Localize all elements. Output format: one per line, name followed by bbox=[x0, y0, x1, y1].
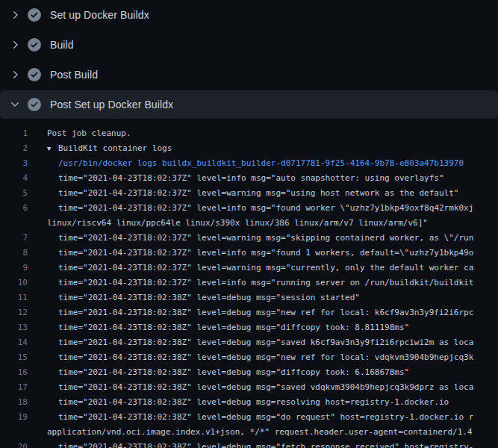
step-header-build[interactable]: Build bbox=[0, 30, 498, 60]
log-line: 17 ▼time="2021-04-23T18:02:38Z" level=de… bbox=[0, 380, 498, 395]
collapse-triangle-icon[interactable]: ▼ bbox=[47, 141, 58, 156]
step-label: Post Build bbox=[50, 69, 98, 81]
log-line-text: time="2021-04-23T18:02:37Z" level=warnin… bbox=[58, 233, 473, 243]
log-line-number[interactable]: 4 bbox=[0, 171, 28, 186]
step-header-post-build[interactable]: Post Build bbox=[0, 60, 498, 90]
log-line: ▼application/vnd.oci.image.index.v1+json… bbox=[0, 425, 498, 440]
step-header-set-up-docker-buildx[interactable]: Set up Docker Buildx bbox=[0, 0, 498, 30]
step-header-post-set-up-docker-buildx[interactable]: Post Set up Docker Buildx bbox=[0, 90, 498, 119]
log-line-text: time="2021-04-23T18:02:38Z" level=debug … bbox=[58, 442, 473, 448]
check-circle-icon bbox=[28, 98, 41, 111]
log-line-text: Post job cleanup. bbox=[47, 128, 131, 138]
log-line-number[interactable]: 18 bbox=[0, 395, 28, 410]
chevron-right-icon[interactable] bbox=[9, 9, 21, 21]
step-label: Set up Docker Buildx bbox=[50, 9, 149, 21]
chevron-right-icon[interactable] bbox=[9, 39, 21, 51]
log-line-text: time="2021-04-23T18:02:38Z" level=debug … bbox=[58, 412, 473, 422]
log-line-number[interactable]: 12 bbox=[0, 305, 28, 320]
log-line: 15 ▼time="2021-04-23T18:02:38Z" level=de… bbox=[0, 350, 498, 365]
log-line-number[interactable]: 9 bbox=[0, 261, 28, 276]
step-label: Post Set up Docker Buildx bbox=[50, 99, 173, 111]
chevron-down-icon[interactable] bbox=[9, 99, 21, 111]
log-line-number[interactable]: 16 bbox=[0, 365, 28, 380]
log-line-text: time="2021-04-23T18:02:38Z" level=debug … bbox=[58, 397, 449, 407]
log-line-number[interactable]: 17 bbox=[0, 380, 28, 395]
log-line-text: time="2021-04-23T18:02:38Z" level=debug … bbox=[58, 382, 473, 392]
log-line: 16 ▼time="2021-04-23T18:02:38Z" level=de… bbox=[0, 365, 498, 380]
log-line-text: time="2021-04-23T18:02:37Z" level=warnin… bbox=[58, 263, 473, 273]
log-line-number[interactable]: 11 bbox=[0, 290, 28, 305]
check-circle-icon bbox=[28, 38, 41, 52]
log-line-text: application/vnd.oci.image.index.v1+json,… bbox=[47, 427, 473, 437]
log-line: 18 ▼time="2021-04-23T18:02:38Z" level=de… bbox=[0, 395, 498, 410]
chevron-right-icon[interactable] bbox=[9, 69, 21, 81]
log-line: 4 ▼time="2021-04-23T18:02:37Z" level=inf… bbox=[0, 171, 498, 186]
log-line-number[interactable]: 6 bbox=[0, 201, 28, 216]
log-line-text: time="2021-04-23T18:02:37Z" level=info m… bbox=[58, 203, 473, 213]
log-line-text: time="2021-04-23T18:02:37Z" level=info m… bbox=[58, 173, 444, 183]
step-label: Build bbox=[50, 39, 74, 51]
log-line: 2 ▼BuildKit container logs bbox=[0, 141, 498, 156]
log-line: 12 ▼time="2021-04-23T18:02:38Z" level=de… bbox=[0, 305, 498, 320]
log-area: 1 ▼Post job cleanup. 2 ▼BuildKit contain… bbox=[0, 119, 498, 448]
log-line: 8 ▼time="2021-04-23T18:02:37Z" level=inf… bbox=[0, 246, 498, 261]
log-line-text: BuildKit container logs bbox=[58, 143, 172, 153]
log-line: 13 ▼time="2021-04-23T18:02:38Z" level=de… bbox=[0, 320, 498, 335]
log-line-text: time="2021-04-23T18:02:38Z" level=debug … bbox=[58, 352, 473, 362]
log-line-text: time="2021-04-23T18:02:38Z" level=debug … bbox=[58, 323, 409, 332]
log-line: 14 ▼time="2021-04-23T18:02:38Z" level=de… bbox=[0, 335, 498, 350]
log-line-text: linux/riscv64 linux/ppc64le linux/s390x … bbox=[47, 218, 428, 228]
check-circle-icon bbox=[28, 68, 41, 81]
log-line-number[interactable]: 13 bbox=[0, 320, 28, 335]
log-line-number[interactable]: 14 bbox=[0, 335, 28, 350]
log-line: ▼linux/riscv64 linux/ppc64le linux/s390x… bbox=[0, 216, 498, 231]
log-line-number[interactable]: 3 bbox=[0, 156, 28, 171]
check-circle-icon bbox=[28, 8, 41, 22]
log-line: 9 ▼time="2021-04-23T18:02:37Z" level=war… bbox=[0, 261, 498, 276]
log-line-number[interactable]: 8 bbox=[0, 246, 28, 261]
log-line: 11 ▼time="2021-04-23T18:02:38Z" level=de… bbox=[0, 290, 498, 305]
log-line-text: time="2021-04-23T18:02:38Z" level=debug … bbox=[58, 293, 360, 302]
log-line-text: time="2021-04-23T18:02:37Z" level=info m… bbox=[58, 248, 473, 258]
log-line: 6 ▼time="2021-04-23T18:02:37Z" level=inf… bbox=[0, 201, 498, 216]
log-line-number[interactable]: 15 bbox=[0, 350, 28, 365]
log-line: 3 ▼/usr/bin/docker logs buildx_buildkit_… bbox=[0, 156, 498, 171]
log-line-number[interactable]: 20 bbox=[0, 440, 28, 448]
log-line: 5 ▼time="2021-04-23T18:02:37Z" level=war… bbox=[0, 186, 498, 201]
log-line: 10 ▼time="2021-04-23T18:02:37Z" level=in… bbox=[0, 276, 498, 290]
log-line: 7 ▼time="2021-04-23T18:02:37Z" level=war… bbox=[0, 231, 498, 246]
log-line-number[interactable]: 5 bbox=[0, 186, 28, 201]
log-line: 1 ▼Post job cleanup. bbox=[0, 126, 498, 141]
log-line-text: time="2021-04-23T18:02:38Z" level=debug … bbox=[58, 308, 473, 317]
log-line-text: time="2021-04-23T18:02:37Z" level=info m… bbox=[58, 278, 473, 287]
log-line-number[interactable]: 7 bbox=[0, 231, 28, 246]
log-line-text: time="2021-04-23T18:02:38Z" level=debug … bbox=[58, 337, 473, 347]
log-line: 20 ▼time="2021-04-23T18:02:38Z" level=de… bbox=[0, 440, 498, 448]
log-line: 19 ▼time="2021-04-23T18:02:38Z" level=de… bbox=[0, 410, 498, 425]
steps-list: Set up Docker Buildx Build Post Build bbox=[0, 0, 498, 119]
log-line-number[interactable]: 1 bbox=[0, 126, 28, 141]
log-line-number[interactable]: 2 bbox=[0, 141, 28, 156]
log-line-number[interactable] bbox=[0, 216, 28, 231]
log-line-number[interactable]: 19 bbox=[0, 410, 28, 425]
log-line-text: /usr/bin/docker logs buildx_buildkit_bui… bbox=[58, 158, 464, 168]
log-line-number[interactable]: 10 bbox=[0, 276, 28, 290]
log-line-text: time="2021-04-23T18:02:38Z" level=debug … bbox=[58, 367, 409, 377]
log-line-number[interactable] bbox=[0, 425, 28, 440]
log-line-text: time="2021-04-23T18:02:37Z" level=warnin… bbox=[58, 188, 458, 198]
